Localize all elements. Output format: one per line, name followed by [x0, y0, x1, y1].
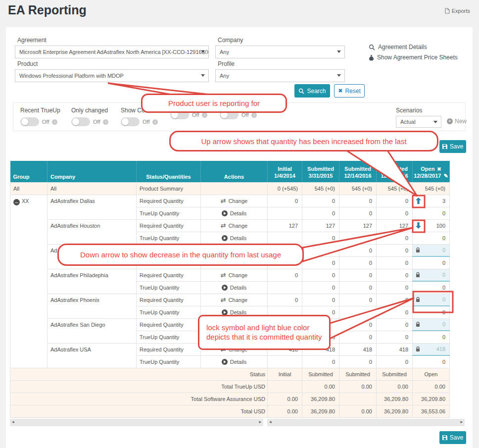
status-footer-value: Submitted — [339, 368, 377, 380]
open-qty-cell[interactable]: 0 — [413, 331, 450, 343]
money-bag-icon — [369, 54, 374, 61]
toggle-switch[interactable] — [20, 117, 39, 126]
profile-select[interactable]: Any — [215, 69, 345, 82]
reset-button[interactable]: ✖ Reset — [334, 84, 365, 98]
summary-value: 545 (+0) — [339, 182, 377, 195]
scroll-left-icon[interactable]: ◂ — [269, 419, 272, 424]
company-select[interactable]: Any — [215, 46, 345, 58]
new-scenario-button[interactable]: + New — [447, 118, 467, 125]
search-icon — [298, 88, 304, 94]
swap-arrows-icon: ⇄ — [221, 271, 226, 279]
details-action[interactable]: Details — [201, 331, 268, 343]
locked-qty-cell: 0 — [413, 244, 450, 256]
open-qty-cell[interactable]: 100 — [413, 219, 450, 232]
toggle-label: Only changed — [71, 107, 108, 114]
details-action[interactable]: Details — [201, 232, 268, 244]
info-icon[interactable]: i — [251, 112, 257, 118]
qty-cell: 0 — [302, 318, 339, 331]
qty-cell: 127 — [302, 219, 339, 232]
product-value: Windows Professional Platform with MDOP — [19, 73, 124, 79]
status-footer-value: Submitted — [377, 368, 413, 380]
x-icon: ✖ — [338, 88, 342, 94]
collapse-group-icon[interactable]: – — [13, 199, 20, 205]
toggle-switch[interactable] — [71, 117, 90, 126]
change-action[interactable]: ⇄Change — [201, 343, 268, 355]
qty-cell: 0 — [377, 195, 413, 207]
info-icon[interactable]: i — [103, 119, 108, 125]
status-footer-value: Submitted — [302, 368, 339, 380]
qty-cell: 0 — [377, 355, 413, 368]
scenario-select[interactable]: Actual — [396, 116, 441, 128]
qty-cell: 0 — [339, 232, 377, 244]
status-label: TrueUp Quantity — [137, 355, 201, 368]
status-label: TrueUp Quantity — [137, 306, 201, 318]
horizontal-scrollbar-right[interactable]: ◂ ▸ — [267, 419, 465, 426]
col-submitted-2: Submitted12/14/2016 — [339, 161, 377, 182]
details-action[interactable]: Details — [201, 355, 268, 368]
change-action[interactable]: ⇄Change — [201, 294, 268, 306]
summary-row: All All Product Summary 0 (+545) 545 (+0… — [10, 182, 450, 195]
total-sa-row: Total Software Assurance USD 0.00 36,209… — [10, 393, 450, 405]
status-label: TrueUp Quantity — [137, 281, 201, 294]
info-icon[interactable]: i — [202, 112, 207, 118]
new-label: New — [455, 118, 467, 125]
swap-arrows-icon: ⇄ — [221, 321, 226, 328]
open-qty-cell[interactable]: 0 — [413, 355, 450, 368]
open-qty-cell[interactable]: 3 — [413, 195, 450, 207]
qty-cell — [268, 207, 302, 219]
swap-arrows-icon: ⇄ — [221, 197, 226, 204]
qty-cell: 0 — [339, 269, 377, 281]
reset-label: Reset — [345, 88, 360, 95]
scroll-right-icon[interactable]: ▸ — [259, 419, 261, 424]
save-button-top[interactable]: Save — [439, 140, 466, 153]
open-qty-cell[interactable]: 0 — [413, 306, 450, 318]
open-qty-cell[interactable]: 0 — [413, 281, 450, 294]
save-button-bottom[interactable]: Save — [439, 431, 466, 444]
qty-cell: 0 — [377, 306, 413, 318]
info-icon[interactable]: i — [52, 119, 57, 125]
details-action[interactable]: Details — [201, 256, 268, 269]
open-qty-cell[interactable]: 0 — [413, 256, 450, 269]
change-action[interactable]: ⇄Change — [201, 269, 268, 281]
qty-cell: 0 — [268, 294, 302, 306]
down-arrow-icon — [416, 222, 421, 229]
info-icon[interactable]: i — [152, 119, 158, 125]
pencil-icon[interactable]: ✎ — [443, 172, 448, 179]
details-action[interactable]: Details — [201, 306, 268, 318]
qty-cell: 0 — [302, 244, 339, 256]
search-button[interactable]: Search — [294, 84, 330, 98]
toggle-state: Off — [93, 119, 100, 125]
scroll-left-icon[interactable]: ◂ — [12, 419, 14, 424]
chevron-down-icon — [433, 121, 437, 123]
arrow-circle-icon — [222, 210, 228, 216]
product-select[interactable]: Windows Professional Platform with MDOP — [15, 69, 209, 82]
col-submitted-3: Submitted12/27/2016 — [377, 161, 413, 182]
qty-cell: 0 — [377, 232, 413, 244]
scroll-right-icon[interactable]: ▸ — [460, 419, 463, 424]
toggle-only-changed: Only changed Offi — [71, 107, 108, 126]
exports-button[interactable]: Exports — [445, 8, 470, 14]
toggle-show-costs: Show Costs Offi — [121, 107, 158, 126]
arrow-circle-icon — [222, 309, 228, 315]
qty-cell: 0 — [339, 256, 377, 269]
details-action[interactable]: Details — [201, 281, 268, 294]
agreement-details-link[interactable]: Agreement Details — [369, 44, 427, 50]
remove-column-icon[interactable]: ✖ — [437, 166, 441, 172]
change-action[interactable]: ⇄Change — [201, 195, 268, 207]
open-qty-cell[interactable]: 0 — [413, 232, 450, 244]
horizontal-scrollbar-left[interactable]: ◂ ▸ — [10, 419, 263, 426]
change-action[interactable]: ⇄Change — [201, 318, 268, 331]
total-value — [268, 380, 302, 393]
toggle-4: Offi — [170, 107, 207, 119]
toggle-switch[interactable] — [170, 110, 189, 119]
toggle-switch[interactable] — [121, 117, 140, 126]
qty-cell: 0 — [302, 306, 339, 318]
agreement-select[interactable]: Microsoft Enterprise Agreement AdAstrafl… — [15, 46, 209, 58]
summary-company: All — [48, 182, 137, 195]
change-action[interactable]: ⇄Change — [201, 244, 268, 256]
open-qty-cell[interactable]: 0 — [413, 207, 450, 219]
toggle-switch[interactable] — [220, 110, 239, 119]
price-sheets-link[interactable]: Show Agreement Price Sheets — [369, 54, 458, 61]
change-action[interactable]: ⇄Change — [201, 219, 268, 232]
details-action[interactable]: Details — [201, 207, 268, 219]
